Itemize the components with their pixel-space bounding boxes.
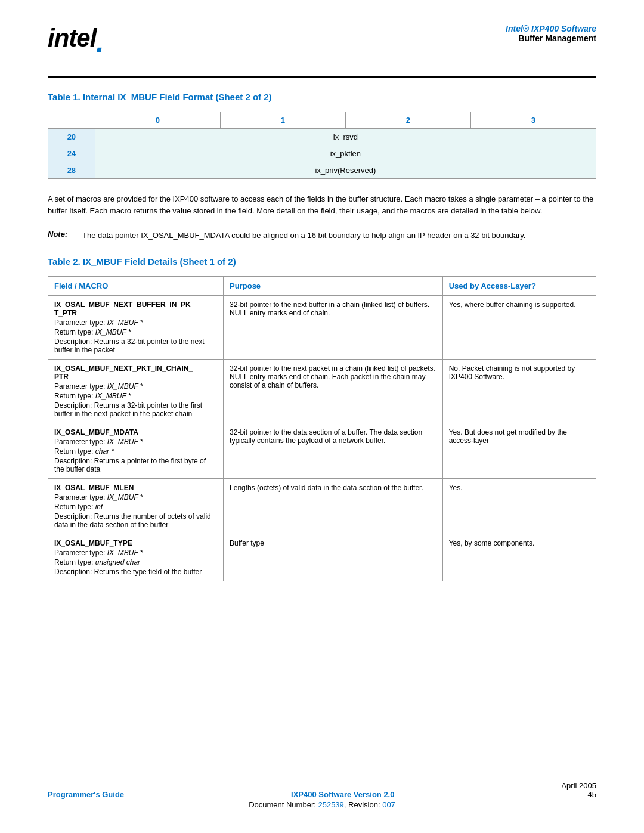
table-row: IX_OSAL_MBUF_TYPE Parameter type: IX_MBU…	[48, 534, 596, 581]
table1-col2: 2	[345, 112, 470, 128]
footer-version: IXP400 Software Version 2.0	[291, 790, 394, 799]
field-param-4b: Return type: int	[54, 503, 217, 511]
field-name-3: IX_OSAL_MBUF_MDATA	[54, 428, 217, 436]
table2-header-purpose: Purpose	[224, 276, 443, 295]
field-desc-1: Description: Returns a 32-bit pointer to…	[54, 337, 217, 354]
footer-date: April 2005	[561, 781, 596, 790]
table2-header-used: Used by Access-Layer?	[442, 276, 596, 295]
used-col-3: Yes. But does not get modified by the ac…	[442, 423, 596, 478]
doc-title: Buffer Management	[506, 33, 596, 43]
footer-doc-prefix: Document Number:	[249, 800, 318, 809]
table-row: IX_OSAL_MBUF_MLEN Parameter type: IX_MBU…	[48, 478, 596, 534]
table-row: 24 ix_pktlen	[48, 145, 596, 162]
purpose-col-1: 32-bit pointer to the next buffer in a c…	[224, 295, 443, 359]
table2-title: Table 2. IX_MBUF Field Details (Sheet 1 …	[48, 256, 596, 267]
field-col-5: IX_OSAL_MBUF_TYPE Parameter type: IX_MBU…	[48, 534, 224, 581]
footer-guide-label: Programmer's Guide	[48, 790, 124, 799]
page-header: intel. Intel® IXP400 Software Buffer Man…	[48, 24, 596, 58]
table-row: IX_OSAL_MBUF_MDATA Parameter type: IX_MB…	[48, 423, 596, 478]
table1-col3: 3	[470, 112, 596, 128]
used-col-2: No. Packet chaining is not supported by …	[442, 359, 596, 423]
table1-row1-num: 20	[48, 128, 95, 145]
field-col-2: IX_OSAL_MBUF_NEXT_PKT_IN_CHAIN_PTR Param…	[48, 359, 224, 423]
field-param-5a: Parameter type: IX_MBUF *	[54, 549, 217, 557]
field-name-2: IX_OSAL_MBUF_NEXT_PKT_IN_CHAIN_PTR	[54, 364, 217, 381]
field-desc-4: Description: Returns the number of octet…	[54, 512, 217, 529]
field-param-4a: Parameter type: IX_MBUF *	[54, 493, 217, 501]
field-desc-3: Description: Returns a pointer to the fi…	[54, 457, 217, 473]
purpose-col-2: 32-bit pointer to the next packet in a c…	[224, 359, 443, 423]
field-col-3: IX_OSAL_MBUF_MDATA Parameter type: IX_MB…	[48, 423, 224, 478]
intel-logo: intel.	[48, 24, 103, 58]
table1-row2-num: 24	[48, 145, 95, 162]
table1: 0 1 2 3 20 ix_rsvd 24 ix_pktlen 28 ix_pr…	[48, 112, 596, 179]
field-name-4: IX_OSAL_MBUF_MLEN	[54, 484, 217, 492]
table-row: 20 ix_rsvd	[48, 128, 596, 145]
page-footer: Programmer's Guide IXP400 Software Versi…	[48, 775, 596, 809]
table1-row2-content: ix_pktlen	[95, 145, 596, 162]
field-param-3a: Parameter type: IX_MBUF *	[54, 438, 217, 446]
footer-doc-number: Document Number: 252539, Revision: 007	[48, 800, 596, 809]
field-desc-2: Description: Returns a 32-bit pointer to…	[54, 401, 217, 418]
product-name: Intel® IXP400 Software	[506, 24, 596, 33]
field-col-4: IX_OSAL_MBUF_MLEN Parameter type: IX_MBU…	[48, 478, 224, 534]
used-col-4: Yes.	[442, 478, 596, 534]
note-block: Note: The data pointer IX_OSAL_MBUF_MDAT…	[48, 230, 596, 242]
table1-row3-content: ix_priv(Reserved)	[95, 162, 596, 178]
used-col-5: Yes, by some components.	[442, 534, 596, 581]
footer-date-page: April 2005 45	[561, 781, 596, 799]
footer-revision: 007	[382, 800, 395, 809]
footer-doc-mid: , Revision:	[344, 800, 382, 809]
table1-col1: 1	[220, 112, 345, 128]
field-name-5: IX_OSAL_MBUF_TYPE	[54, 539, 217, 547]
field-col-1: IX_OSAL_MBUF_NEXT_BUFFER_IN_PKT_PTR Para…	[48, 295, 224, 359]
field-param-3b: Return type: char *	[54, 447, 217, 456]
used-col-1: Yes, where buffer chaining is supported.	[442, 295, 596, 359]
table-row: 28 ix_priv(Reserved)	[48, 162, 596, 178]
table2: Field / MACRO Purpose Used by Access-Lay…	[48, 276, 596, 581]
field-desc-5: Description: Returns the type field of t…	[54, 568, 217, 576]
footer-doc-num: 252539	[318, 800, 343, 809]
logo-dot: .	[96, 26, 103, 58]
table-row: IX_OSAL_MBUF_NEXT_PKT_IN_CHAIN_PTR Param…	[48, 359, 596, 423]
logo-text: int	[48, 24, 76, 52]
header-product-info: Intel® IXP400 Software Buffer Management	[506, 24, 596, 43]
purpose-col-4: Lengths (octets) of valid data in the da…	[224, 478, 443, 534]
table1-row1-content: ix_rsvd	[95, 128, 596, 145]
field-name-1: IX_OSAL_MBUF_NEXT_BUFFER_IN_PKT_PTR	[54, 301, 217, 317]
footer-page: 45	[561, 790, 596, 799]
purpose-col-5: Buffer type	[224, 534, 443, 581]
field-param-1b: Return type: IX_MBUF *	[54, 328, 217, 336]
field-param-1a: Parameter type: IX_MBUF *	[54, 318, 217, 327]
note-label: Note:	[48, 230, 78, 242]
field-param-2a: Parameter type: IX_MBUF *	[54, 382, 217, 391]
field-param-2b: Return type: IX_MBUF *	[54, 392, 217, 400]
table1-col0: 0	[95, 112, 220, 128]
table1-row3-num: 28	[48, 162, 95, 178]
table-row: IX_OSAL_MBUF_NEXT_BUFFER_IN_PKT_PTR Para…	[48, 295, 596, 359]
table2-header-field: Field / MACRO	[48, 276, 224, 295]
field-param-5b: Return type: unsigned char	[54, 558, 217, 566]
table1-title: Table 1. Internal IX_MBUF Field Format (…	[48, 92, 596, 102]
purpose-col-3: 32-bit pointer to the data section of a …	[224, 423, 443, 478]
note-text: The data pointer IX_OSAL_MBUF_MDATA coul…	[82, 230, 525, 242]
body-paragraph: A set of macros are provided for the IXP…	[48, 193, 596, 218]
